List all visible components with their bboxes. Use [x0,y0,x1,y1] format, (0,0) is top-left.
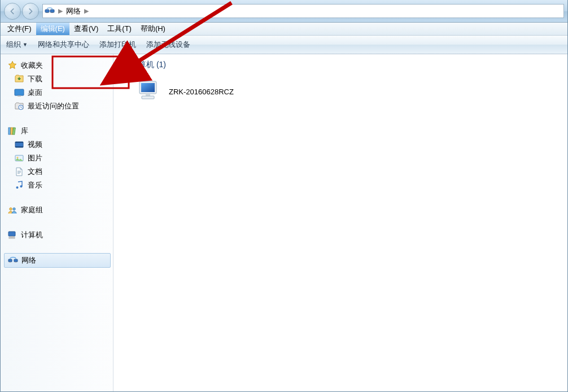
svg-rect-21 [9,237,15,238]
group-title: 计算机 (1) [130,60,166,70]
computer-item[interactable]: ZRK-20160628RCZ [133,76,279,107]
menu-edit[interactable]: 编辑(E) [36,23,69,35]
network-group: 网络 [4,253,111,268]
navigation-pane: 收藏夹 下载 桌面 最 [1,54,113,391]
forward-arrow-icon [27,7,34,15]
libraries-header[interactable]: 库 [4,124,111,138]
breadcrumb-separator: ▶ [84,7,89,15]
breadcrumb-separator: ▶ [58,7,63,15]
favorites-header[interactable]: 收藏夹 [4,59,111,72]
explorer-body: 收藏夹 下载 桌面 最 [1,54,567,391]
sidebar-item-label: 图片 [28,153,42,163]
network-icon [45,6,55,16]
documents-icon [14,167,24,177]
computer-item-icon [136,78,163,105]
sidebar-item-videos[interactable]: 视频 [4,138,111,151]
svg-rect-28 [141,83,155,92]
menu-bar: 文件(F) 编辑(E) 查看(V) 工具(T) 帮助(H) [1,23,567,36]
sidebar-item-downloads[interactable]: 下载 [4,72,111,86]
nav-buttons [4,3,39,20]
favorites-group: 收藏夹 下载 桌面 最 [4,59,111,113]
libraries-header-label: 库 [21,126,28,136]
menu-help[interactable]: 帮助(H) [136,23,170,35]
sidebar-item-label: 最近访问的位置 [28,101,79,111]
network-header-label: 网络 [21,255,36,265]
forward-button[interactable] [22,3,39,20]
sidebar-item-label: 视频 [28,140,42,150]
svg-rect-7 [8,128,11,134]
menu-view[interactable]: 查看(V) [69,23,103,35]
sidebar-item-documents[interactable]: 文档 [4,165,111,178]
svg-point-16 [20,185,23,188]
svg-rect-23 [14,259,18,262]
svg-point-18 [13,208,15,210]
svg-rect-1 [50,10,54,12]
computer-group: 计算机 [4,228,111,242]
sidebar-item-music[interactable]: 音乐 [4,178,111,192]
svg-rect-30 [142,96,154,99]
star-icon [7,60,18,71]
sidebar-item-label: 音乐 [28,180,42,190]
breadcrumb-segment[interactable]: 网络 [66,6,81,16]
videos-icon [14,140,24,150]
group-header-computers[interactable]: ◢ 计算机 (1) [123,60,558,70]
favorites-header-label: 收藏夹 [21,60,43,71]
chevron-down-icon: ▼ [23,42,28,47]
address-bar[interactable]: ▶ 网络 ▶ [42,4,564,18]
pictures-icon [14,153,24,163]
sidebar-item-label: 下载 [28,74,42,84]
svg-rect-5 [18,95,21,97]
sidebar-item-label: 文档 [28,167,42,177]
network-sharing-center-button[interactable]: 网络和共享中心 [38,40,89,50]
explorer-window: ▶ 网络 ▶ 文件(F) 编辑(E) 查看(V) 工具(T) 帮助(H) 组织 … [0,0,568,392]
organize-label: 组织 [6,40,21,50]
disclosure-triangle-icon: ◢ [123,62,127,68]
add-printer-button[interactable]: 添加打印机 [99,40,136,50]
homegroup-header-label: 家庭组 [21,205,43,215]
svg-rect-0 [45,10,49,12]
content-pane: ◢ 计算机 (1) [113,54,567,391]
libraries-group: 库 视频 图片 文档 [4,124,111,192]
svg-rect-3 [51,12,53,13]
svg-rect-19 [8,232,15,236]
back-button[interactable] [4,3,21,20]
homegroup-group: 家庭组 [4,203,111,217]
downloads-icon [14,74,24,84]
computer-header-label: 计算机 [21,230,43,240]
command-bar: 组织 ▼ 网络和共享中心 添加打印机 添加无线设备 [1,36,567,54]
organize-button[interactable]: 组织 ▼ [6,40,28,50]
homegroup-icon [7,205,18,215]
svg-rect-24 [10,262,11,263]
nav-bar: ▶ 网络 ▶ [1,0,567,23]
computer-item-label: ZRK-20160628RCZ [169,88,234,96]
libraries-icon [7,126,18,136]
back-arrow-icon [8,7,16,15]
music-icon [14,180,24,190]
svg-rect-11 [15,142,23,143]
svg-rect-2 [46,12,48,13]
computer-header[interactable]: 计算机 [4,228,111,242]
network-icon [8,255,18,265]
svg-point-15 [16,186,19,189]
recent-icon [14,101,24,111]
svg-point-17 [10,208,12,210]
add-wireless-device-button[interactable]: 添加无线设备 [146,40,190,50]
item-grid: ZRK-20160628RCZ [123,76,558,107]
network-header[interactable]: 网络 [4,253,111,268]
svg-rect-29 [146,94,150,96]
computer-icon [7,230,18,240]
sidebar-item-label: 桌面 [28,88,42,98]
svg-rect-22 [8,259,12,262]
desktop-icon [14,88,24,98]
svg-rect-12 [15,146,23,147]
menu-tools[interactable]: 工具(T) [103,23,136,35]
sidebar-item-desktop[interactable]: 桌面 [4,86,111,99]
sidebar-item-recent[interactable]: 最近访问的位置 [4,99,111,113]
svg-rect-4 [15,89,24,95]
svg-rect-25 [15,262,17,263]
sidebar-item-pictures[interactable]: 图片 [4,151,111,165]
menu-file[interactable]: 文件(F) [3,23,36,35]
homegroup-header[interactable]: 家庭组 [4,203,111,217]
